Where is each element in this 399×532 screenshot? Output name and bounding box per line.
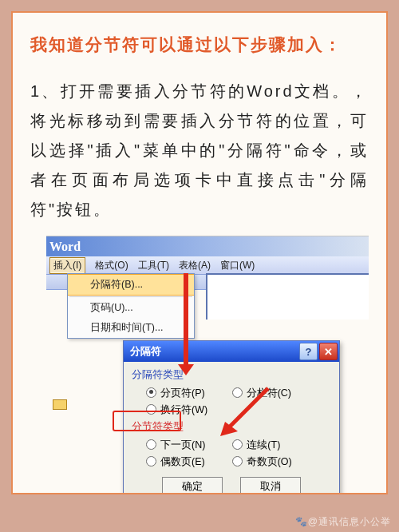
menu-separator-line <box>69 296 192 297</box>
radio-icon <box>146 387 156 398</box>
radio-icon <box>232 439 243 450</box>
word-titlebar: Word <box>46 236 369 256</box>
card-heading: 我知道分节符可以通过以下步骤加入： <box>30 34 369 56</box>
menu-tools[interactable]: 工具(T) <box>138 259 169 272</box>
watermark: 🐾@通讯信息小公举 <box>295 515 391 529</box>
folder-icon <box>53 398 65 408</box>
dialog-title-text: 分隔符 <box>130 344 161 359</box>
dialog-titlebar: 分隔符 ? ✕ <box>124 341 339 362</box>
radio-wrap-break[interactable]: 换行符(W) <box>146 403 207 417</box>
radio-next-page[interactable]: 下一页(N) <box>146 439 205 452</box>
instruction-step-1: 1、打开需要插入分节符的Word文档。，将光标移动到需要插入分节符的位置，可以选… <box>30 77 369 224</box>
annotation-arrow-down <box>184 273 188 367</box>
cancel-button[interactable]: 取消 <box>240 477 301 494</box>
radio-even-page[interactable]: 偶数页(E) <box>146 455 205 469</box>
menu-item-separator[interactable]: 分隔符(B)... <box>68 274 194 296</box>
app-title: Word <box>49 240 81 254</box>
menu-insert[interactable]: 插入(I) <box>49 257 85 274</box>
radio-continuous[interactable]: 连续(T) <box>232 439 280 452</box>
radio-odd-page[interactable]: 奇数页(O) <box>232 455 292 469</box>
radio-icon <box>146 439 156 450</box>
radio-column-break[interactable]: 分栏符(C) <box>232 387 291 400</box>
tutorial-card: 我知道分节符可以通过以下步骤加入： 1、打开需要插入分节符的Word文档。，将光… <box>11 11 388 494</box>
ok-button[interactable]: 确定 <box>162 477 223 494</box>
insert-dropdown: 分隔符(B)... 页码(U)... 日期和时间(T)... <box>67 273 195 339</box>
break-dialog: 分隔符 ? ✕ 分隔符类型 分页符(P) 分栏符(C) 换行符(W) 分节符类型… <box>123 340 340 494</box>
menu-format[interactable]: 格式(O) <box>95 259 128 272</box>
dialog-close-button[interactable]: ✕ <box>319 343 338 360</box>
group-section-type: 分节符类型 <box>132 420 331 434</box>
radio-icon <box>146 404 156 415</box>
group-break-type: 分隔符类型 <box>132 368 331 382</box>
radio-icon <box>232 456 243 466</box>
radio-page-break[interactable]: 分页符(P) <box>146 387 205 400</box>
word-menubar: 插入(I) 格式(O) 工具(T) 表格(A) 窗口(W) <box>46 256 369 275</box>
menu-item-datetime[interactable]: 日期和时间(T)... <box>68 318 194 338</box>
menu-item-pagenum[interactable]: 页码(U)... <box>68 298 194 318</box>
radio-icon <box>232 387 243 398</box>
dialog-help-button[interactable]: ? <box>299 343 318 360</box>
word-screenshot: Word 插入(I) 格式(O) 工具(T) 表格(A) 窗口(W) 分隔符(B… <box>46 236 369 290</box>
word-document-area <box>206 273 369 320</box>
radio-icon <box>146 456 156 466</box>
menu-table[interactable]: 表格(A) <box>179 259 211 272</box>
menu-window[interactable]: 窗口(W) <box>220 259 255 272</box>
